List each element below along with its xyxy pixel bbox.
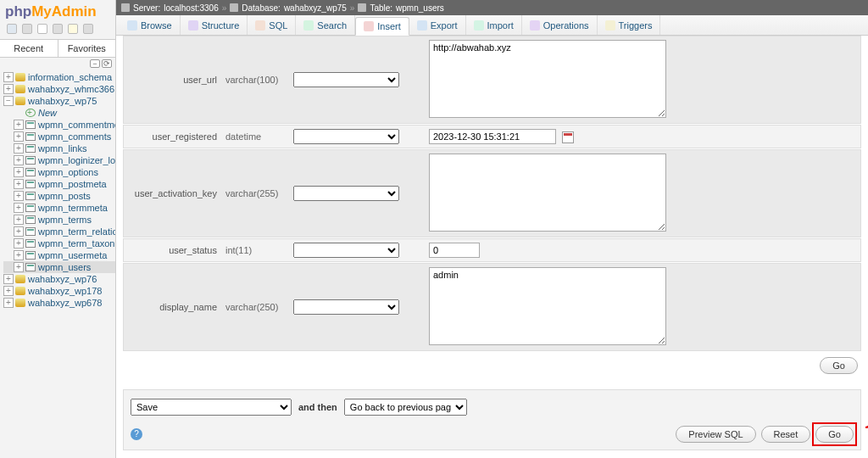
tab-import[interactable]: Import [466,15,522,35]
import-icon [474,20,484,31]
go-button-top[interactable]: Go [820,357,858,374]
tree-node-wpmn_options[interactable]: +wpmn_options [3,166,115,178]
tab-insert[interactable]: Insert [355,17,409,36]
unlink-icon[interactable]: ⟳ [102,59,112,68]
export-icon [417,20,427,31]
expand-icon[interactable]: + [14,131,24,142]
tree-node-wpmn_term_relationships[interactable]: +wpmn_term_relationships [3,226,115,237]
tab-sql[interactable]: SQL [248,15,296,35]
tab-triggers[interactable]: Triggers [598,15,661,35]
expand-icon[interactable]: + [14,191,24,201]
tree-node-wpmn_term_taxonomy[interactable]: +wpmn_term_taxonomy [3,237,115,249]
value-input-user-registered[interactable] [429,129,556,144]
preview-sql-button[interactable]: Preview SQL [676,426,755,443]
function-select[interactable] [293,129,399,144]
function-select[interactable] [293,186,399,201]
expand-icon[interactable]: + [14,250,24,260]
expand-icon[interactable]: + [3,286,14,296]
db-icon [15,73,25,81]
after-action-select[interactable]: Go back to previous page [344,399,467,416]
tree-node-wpmn_terms[interactable]: +wpmn_terms [3,214,115,226]
docs-icon[interactable] [53,24,63,34]
tree-label: New [38,108,57,118]
expand-icon[interactable]: + [3,298,14,308]
table-icon [358,3,366,12]
recent-tab[interactable]: Recent [0,40,58,57]
tree-node-wpmn_loginizer_logs[interactable]: +wpmn_loginizer_logs [3,154,115,166]
tab-export[interactable]: Export [409,15,466,35]
row-go-wrap: Go [123,352,861,389]
tab-search[interactable]: Search [296,15,355,35]
collapse-all-icon[interactable]: − [90,59,100,68]
expand-icon[interactable]: − [3,96,14,106]
tree-label: wpmn_postmeta [38,179,107,189]
breadcrumb-db[interactable]: Database: wahabxyz_wp75 [230,3,347,13]
expand-icon[interactable]: + [3,72,14,82]
home-icon[interactable] [7,24,17,34]
help-icon[interactable]: ? [131,428,142,440]
go-button[interactable]: Go [815,426,854,443]
breadcrumb-table[interactable]: Table: wpmn_users [358,3,443,13]
database-icon [230,3,238,12]
tree-node-wpmn_termmeta[interactable]: +wpmn_termmeta [3,202,115,214]
tree-node-wpmn_usermeta[interactable]: +wpmn_usermeta [3,249,115,261]
expand-icon[interactable]: + [14,143,24,154]
tree-node-wahabxyz_wp76[interactable]: +wahabxyz_wp76 [3,273,115,285]
tree-node-wpmn_posts[interactable]: +wpmn_posts [3,190,115,202]
calendar-icon[interactable] [562,131,574,143]
tree-node-wpmn_comments[interactable]: +wpmn_comments [3,131,115,142]
expand-icon[interactable]: + [14,155,24,165]
tree-node-wpmn_users[interactable]: +wpmn_users [3,261,115,273]
tbl-icon [25,180,36,188]
table-link[interactable]: wpmn_users [396,3,444,13]
tbl-icon [25,168,36,176]
db-link[interactable]: wahabxyz_wp75 [284,3,347,13]
tree-node-wpmn_links[interactable]: +wpmn_links [3,142,115,154]
expand-icon[interactable]: + [14,226,24,237]
expand-icon[interactable]: + [14,215,24,225]
expand-icon[interactable]: + [14,179,24,189]
settings-icon[interactable] [68,24,78,34]
expand-icon[interactable]: + [14,167,24,177]
server-link[interactable]: localhost:3306 [164,3,219,13]
reset-button[interactable]: Reset [761,426,811,443]
value-textarea-display-name[interactable]: admin [429,267,666,345]
operations-icon [530,20,540,31]
expand-icon[interactable]: + [14,203,24,213]
expand-icon[interactable]: + [14,120,24,130]
reload-icon[interactable] [83,24,93,34]
expand-icon[interactable]: + [14,238,24,249]
breadcrumb-server[interactable]: Server: localhost:3306 [121,3,219,13]
function-select[interactable] [293,299,399,315]
tree-node-wahabxyz_wp75[interactable]: −wahabxyz_wp75 [3,95,115,107]
tree-node-wahabxyz_whmc366[interactable]: +wahabxyz_whmc366 [3,83,115,95]
tab-label: Search [317,20,347,31]
sql-icon[interactable] [37,24,47,34]
logout-icon[interactable] [22,24,32,34]
tree-node-wahabxyz_wp678[interactable]: +wahabxyz_wp678 [3,297,115,309]
value-textarea-user-activation-key[interactable] [429,154,666,232]
tree-node-wpmn_postmeta[interactable]: +wpmn_postmeta [3,178,115,190]
save-action-select[interactable]: Save [131,399,292,416]
tree-node-information_schema[interactable]: +information_schema [3,71,115,83]
logo[interactable]: phpMyAdmin [0,0,115,22]
tree-label: wahabxyz_whmc366 [28,84,114,94]
function-select[interactable] [293,243,399,258]
tree-node-wpmn_commentmeta[interactable]: +wpmn_commentmeta [3,119,115,131]
tab-operations[interactable]: Operations [522,15,598,35]
tab-browse[interactable]: Browse [120,15,181,35]
value-textarea-user-url[interactable]: http://abwahab.xyz [429,40,666,118]
logo-part2: MyAdmin [31,3,97,20]
tree-node-wahabxyz_wp178[interactable]: +wahabxyz_wp178 [3,285,115,297]
field-row-user-status: user_status int(11) [123,238,861,262]
db-icon [15,299,25,307]
tree-node-New[interactable]: New [3,107,115,119]
value-input-user-status[interactable] [429,243,480,258]
tab-structure[interactable]: Structure [181,15,248,35]
expand-icon[interactable]: + [14,262,24,272]
function-select[interactable] [293,72,399,87]
and-then-label: and then [298,402,337,412]
expand-icon[interactable]: + [3,274,14,284]
favorites-tab[interactable]: Favorites [58,40,116,57]
expand-icon[interactable]: + [3,84,14,94]
